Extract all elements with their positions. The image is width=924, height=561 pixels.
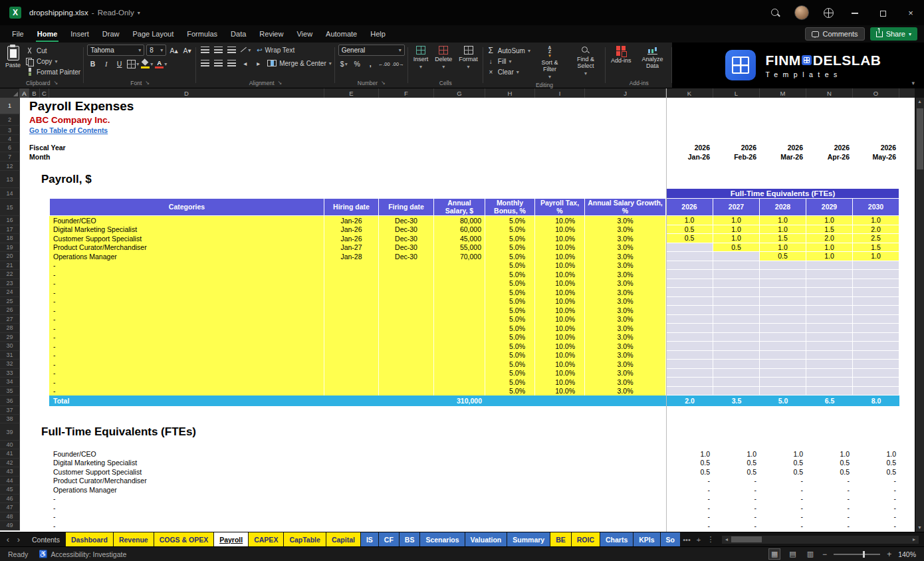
category-cell[interactable]: Digital Marketing Specialist xyxy=(49,225,324,235)
fte-cell[interactable]: 1.0 xyxy=(713,234,760,243)
column-header-K[interactable]: K xyxy=(666,88,713,98)
salary-growth-cell[interactable]: 3.0% xyxy=(585,315,666,324)
sheet-tab-capital[interactable]: Capital xyxy=(326,532,360,546)
category-cell[interactable]: - xyxy=(49,270,324,279)
col-header-salary-growth[interactable]: Annual Salary Growth, % xyxy=(585,199,666,216)
firing-date-cell[interactable] xyxy=(379,369,434,378)
category-cell[interactable]: - xyxy=(49,378,324,387)
hiring-date-cell[interactable] xyxy=(324,315,379,324)
fte-month-value[interactable]: 0.5 xyxy=(806,459,853,468)
row-header[interactable]: 40 xyxy=(0,441,20,449)
document-title[interactable]: dropshipping.xlsx - Read-Only ▾ xyxy=(29,9,140,17)
fte-month-value[interactable]: - xyxy=(666,477,713,486)
category-cell[interactable]: - xyxy=(49,342,324,351)
fte-cell[interactable]: 1.0 xyxy=(760,225,806,235)
payroll-tax-cell[interactable]: 10.0% xyxy=(535,369,585,378)
font-name-select[interactable]: Tahoma▾ xyxy=(87,45,144,56)
fte-cell[interactable] xyxy=(713,387,760,396)
row-header[interactable]: 20 xyxy=(0,252,20,261)
fte-month-value[interactable]: - xyxy=(760,477,806,486)
month-value[interactable]: Apr-26 xyxy=(806,152,853,162)
fte-cell[interactable] xyxy=(806,288,853,297)
decrease-font-button[interactable]: A▾ xyxy=(181,45,193,56)
column-header-G[interactable]: G xyxy=(434,88,485,98)
fte-cell[interactable] xyxy=(666,297,713,306)
payroll-tax-cell[interactable]: 10.0% xyxy=(535,288,585,297)
fte-cell[interactable] xyxy=(806,387,853,396)
total-fte[interactable]: 3.5 xyxy=(713,395,760,406)
fte-cell[interactable] xyxy=(853,279,899,288)
fte-cell[interactable] xyxy=(713,315,760,324)
scroll-up-arrow[interactable]: ▲ xyxy=(917,99,922,104)
payroll-section-title[interactable]: Payroll, $ xyxy=(40,171,535,188)
fte-row-label[interactable]: Digital Marketing Specialist xyxy=(49,459,324,468)
row-header[interactable]: 36 xyxy=(0,395,20,406)
fte-cell[interactable]: 2.0 xyxy=(853,225,899,235)
category-cell[interactable]: - xyxy=(49,306,324,315)
copy-button[interactable]: Copy▾ xyxy=(25,56,80,66)
col-header-hiring-date[interactable]: Hiring date xyxy=(324,199,379,216)
sheet-tab-revenue[interactable]: Revenue xyxy=(114,532,154,546)
annual-salary-cell[interactable] xyxy=(434,306,485,315)
payroll-tax-cell[interactable]: 10.0% xyxy=(535,261,585,271)
firing-date-cell[interactable]: Dec-30 xyxy=(379,252,434,261)
hiring-date-cell[interactable] xyxy=(324,378,379,387)
hiring-date-cell[interactable] xyxy=(324,351,379,360)
row-header[interactable]: 37 xyxy=(0,406,20,415)
category-cell[interactable]: - xyxy=(49,369,324,378)
find-select-button[interactable]: Find & Select▾ xyxy=(569,45,602,78)
paste-button[interactable]: Paste xyxy=(3,45,23,70)
fte-cell[interactable] xyxy=(713,378,760,387)
fte-month-value[interactable]: - xyxy=(760,503,806,512)
col-header-fte-year[interactable]: 2026 xyxy=(666,199,713,216)
row-header[interactable]: 16 xyxy=(0,216,20,225)
vertical-scrollbar[interactable]: ▲ ▼ xyxy=(915,98,924,532)
firing-date-cell[interactable]: Dec-30 xyxy=(379,216,434,225)
fiscal-year-value[interactable]: 2026 xyxy=(666,143,713,152)
fte-cell[interactable]: 0.5 xyxy=(713,243,760,253)
bold-button[interactable]: B xyxy=(87,58,98,69)
column-header-I[interactable]: I xyxy=(535,88,585,98)
firing-date-cell[interactable] xyxy=(379,279,434,288)
hiring-date-cell[interactable] xyxy=(324,261,379,271)
toc-link[interactable]: Go to Table of Contents xyxy=(29,126,666,135)
sheet-tab-scenarios[interactable]: Scenarios xyxy=(420,532,464,546)
fte-month-value[interactable]: 1.0 xyxy=(760,449,806,459)
fte-banner[interactable]: Full-Time Equivalents (FTEs) xyxy=(666,188,899,199)
salary-growth-cell[interactable]: 3.0% xyxy=(585,387,666,396)
sheet-tab-cf[interactable]: CF xyxy=(379,532,399,546)
new-sheet-button[interactable]: + xyxy=(693,536,705,544)
firing-date-cell[interactable] xyxy=(379,270,434,279)
horizontal-scroll-thumb[interactable] xyxy=(731,536,762,542)
dialog-launcher-icon[interactable]: ↘ xyxy=(145,80,150,86)
firing-date-cell[interactable] xyxy=(379,387,434,396)
fiscal-year-label[interactable]: Fiscal Year xyxy=(29,143,324,152)
fte-month-value[interactable]: - xyxy=(853,477,899,486)
fte-cell[interactable] xyxy=(760,351,806,360)
monthly-bonus-cell[interactable]: 5.0% xyxy=(485,252,535,261)
annual-salary-cell[interactable] xyxy=(434,279,485,288)
hiring-date-cell[interactable] xyxy=(324,297,379,306)
row-header[interactable]: 31 xyxy=(0,351,20,360)
fte-row-label[interactable]: - xyxy=(49,521,324,530)
fte-cell[interactable] xyxy=(760,378,806,387)
fte-month-value[interactable]: - xyxy=(666,485,713,495)
annual-salary-cell[interactable] xyxy=(434,261,485,271)
firing-date-cell[interactable] xyxy=(379,288,434,297)
monthly-bonus-cell[interactable]: 5.0% xyxy=(485,333,535,342)
underline-button[interactable]: U xyxy=(114,58,125,69)
hiring-date-cell[interactable] xyxy=(324,333,379,342)
payroll-tax-cell[interactable]: 10.0% xyxy=(535,297,585,306)
salary-growth-cell[interactable]: 3.0% xyxy=(585,306,666,315)
zoom-in-button[interactable]: + xyxy=(887,550,891,559)
fte-cell[interactable] xyxy=(853,261,899,271)
fte-cell[interactable] xyxy=(760,360,806,369)
fte-month-value[interactable]: 0.5 xyxy=(760,467,806,477)
sort-filter-button[interactable]: AZSort & Filter▾ xyxy=(533,45,566,82)
menu-tab-home[interactable]: Home xyxy=(31,25,64,43)
row-header[interactable]: 26 xyxy=(0,306,20,315)
row-header[interactable]: 1 xyxy=(0,98,20,114)
annual-salary-cell[interactable] xyxy=(434,333,485,342)
align-middle-button[interactable] xyxy=(213,45,224,55)
annual-salary-cell[interactable] xyxy=(434,387,485,396)
